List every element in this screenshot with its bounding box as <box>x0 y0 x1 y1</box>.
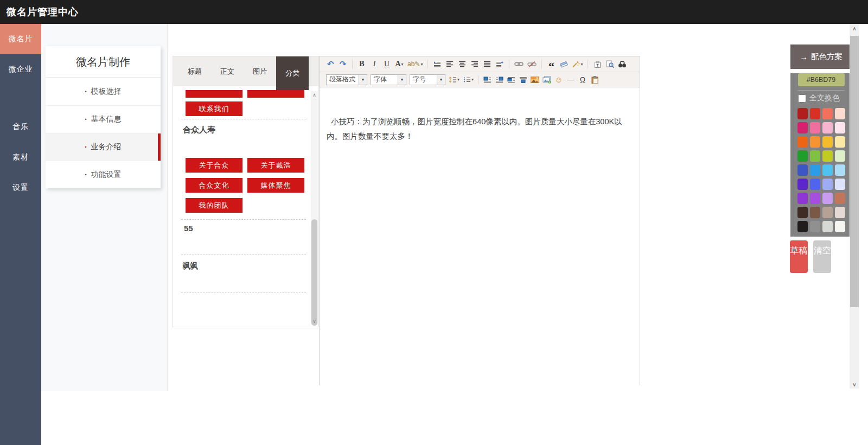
color-swatch[interactable] <box>797 108 808 119</box>
color-swatch[interactable] <box>810 221 820 232</box>
nav-item-function-settings[interactable]: • 功能设置 <box>46 161 161 188</box>
color-swatch[interactable] <box>810 164 820 176</box>
category-button[interactable]: 合众文化 <box>186 178 242 193</box>
draft-button[interactable]: 草稿 <box>790 240 808 273</box>
color-swatch[interactable] <box>835 221 845 232</box>
color-swatch[interactable] <box>810 193 820 204</box>
sidebar-item-material[interactable]: 素材 <box>0 142 41 173</box>
tab-category[interactable]: 分类 <box>276 56 309 90</box>
italic-icon[interactable]: I <box>370 59 379 69</box>
sidebar-item-music[interactable]: 音乐 <box>0 112 41 142</box>
format-wand-icon[interactable]: ▾ <box>572 59 583 69</box>
color-swatch[interactable] <box>822 221 833 232</box>
color-swatch[interactable] <box>810 207 820 218</box>
sidebar-item-weienterprise[interactable]: 微企业 <box>0 54 41 85</box>
first-line-indent-icon[interactable] <box>433 59 442 69</box>
scroll-up-icon[interactable]: ∧ <box>850 24 859 33</box>
color-swatch[interactable] <box>810 122 820 134</box>
color-swatch[interactable] <box>822 207 833 218</box>
sidebar-item-settings[interactable]: 设置 <box>0 173 41 203</box>
scroll-up-icon[interactable]: ∧ <box>311 91 318 98</box>
paragraph-format-select[interactable]: 段落格式▾ <box>326 74 367 85</box>
color-swatch[interactable] <box>822 193 833 204</box>
scrollbar-thumb[interactable] <box>850 36 859 307</box>
category-button[interactable]: 关于戴浩 <box>247 158 304 173</box>
photo-album-icon[interactable] <box>542 74 551 85</box>
category-button[interactable]: 我的团队 <box>186 198 242 213</box>
color-swatch[interactable] <box>835 207 845 218</box>
color-swatch[interactable] <box>822 164 833 176</box>
bold-icon[interactable]: B <box>358 59 366 69</box>
blockquote-icon[interactable]: “ <box>547 59 556 69</box>
font-size-select[interactable]: 字号▾ <box>410 74 445 85</box>
color-swatch[interactable] <box>797 179 808 190</box>
color-swatch[interactable] <box>810 179 820 190</box>
image-inline-left-icon[interactable] <box>507 74 515 85</box>
tab-image[interactable]: 图片 <box>244 56 276 86</box>
category-button[interactable]: 关于合众 <box>186 158 242 173</box>
link-icon[interactable] <box>514 59 524 69</box>
underline-icon[interactable]: U <box>382 59 391 69</box>
category-button-contact[interactable]: 联系我们 <box>186 101 242 116</box>
preview-icon[interactable] <box>605 59 614 69</box>
list-style-icon[interactable]: ▾ <box>463 74 474 85</box>
color-swatch[interactable] <box>835 122 845 134</box>
page-scrollbar[interactable]: ∧ ∨ <box>850 24 859 389</box>
paste-icon[interactable] <box>590 74 599 85</box>
color-swatch[interactable] <box>797 221 808 232</box>
search-replace-icon[interactable] <box>618 59 627 69</box>
color-swatch[interactable] <box>810 136 820 148</box>
unlink-icon[interactable] <box>527 59 537 69</box>
scrollbar-thumb[interactable] <box>311 219 317 326</box>
special-char-icon[interactable]: Ω <box>578 74 587 85</box>
nav-item-template-select[interactable]: • 模板选择 <box>46 78 161 105</box>
image-float-left-icon[interactable] <box>483 74 492 85</box>
emoticon-icon[interactable]: ☺ <box>554 74 563 85</box>
color-swatch[interactable] <box>810 108 820 119</box>
color-swatch[interactable] <box>835 179 845 190</box>
color-swatch[interactable] <box>797 122 808 134</box>
category-button-partial[interactable] <box>247 90 304 98</box>
clear-button[interactable]: 清空 <box>813 240 831 273</box>
color-swatch[interactable] <box>797 193 808 204</box>
category-button[interactable]: 媒体聚焦 <box>247 178 304 193</box>
color-swatch[interactable] <box>822 150 833 162</box>
editor-content[interactable]: 小技巧：为了浏览顺畅，图片宽度控制在640像素以内。图片质量大小尽量在300K以… <box>320 87 640 386</box>
color-swatch[interactable] <box>835 164 845 176</box>
category-button-partial[interactable] <box>186 90 242 98</box>
horizontal-rule-icon[interactable]: — <box>566 74 575 85</box>
indent-icon[interactable] <box>495 59 504 69</box>
full-text-recolor-checkbox[interactable] <box>798 94 806 103</box>
nav-item-business-intro[interactable]: • 业务介绍 <box>46 133 161 161</box>
align-justify-icon[interactable] <box>483 59 492 69</box>
color-swatch[interactable] <box>822 122 833 134</box>
color-swatch[interactable] <box>835 193 845 204</box>
color-swatch[interactable] <box>835 108 845 119</box>
color-swatch[interactable] <box>810 150 820 162</box>
hex-color-pill[interactable]: #B6BD79 <box>798 73 845 86</box>
insert-image-icon[interactable] <box>531 74 539 85</box>
color-swatch[interactable] <box>797 136 808 148</box>
category-scrollbar[interactable]: ∧ ∨ <box>311 91 318 325</box>
color-swatch[interactable] <box>797 207 808 218</box>
paste-as-text-icon[interactable]: T <box>593 59 602 69</box>
redo-icon[interactable]: ↷ <box>339 59 347 69</box>
font-color-icon[interactable]: A▾ <box>395 59 404 69</box>
image-block-center-icon[interactable] <box>519 74 527 85</box>
line-height-icon[interactable]: ▾ <box>449 74 459 85</box>
nav-item-basic-info[interactable]: • 基本信息 <box>46 105 161 133</box>
eraser-icon[interactable] <box>559 59 568 69</box>
align-right-icon[interactable] <box>470 59 479 69</box>
color-swatch[interactable] <box>797 164 808 176</box>
highlight-color-icon[interactable]: ab✎▾ <box>407 59 423 69</box>
scroll-down-icon[interactable]: ∨ <box>850 380 859 389</box>
color-swatch[interactable] <box>822 108 833 119</box>
align-center-icon[interactable] <box>458 59 467 69</box>
tab-body[interactable]: 正文 <box>211 56 244 86</box>
color-panel-header[interactable]: → 配色方案 <box>790 44 852 69</box>
image-float-right-icon[interactable] <box>495 74 503 85</box>
sidebar-item-weicard[interactable]: 微名片 <box>0 24 41 54</box>
color-swatch[interactable] <box>822 136 833 148</box>
color-swatch[interactable] <box>835 150 845 162</box>
color-swatch[interactable] <box>835 136 845 148</box>
